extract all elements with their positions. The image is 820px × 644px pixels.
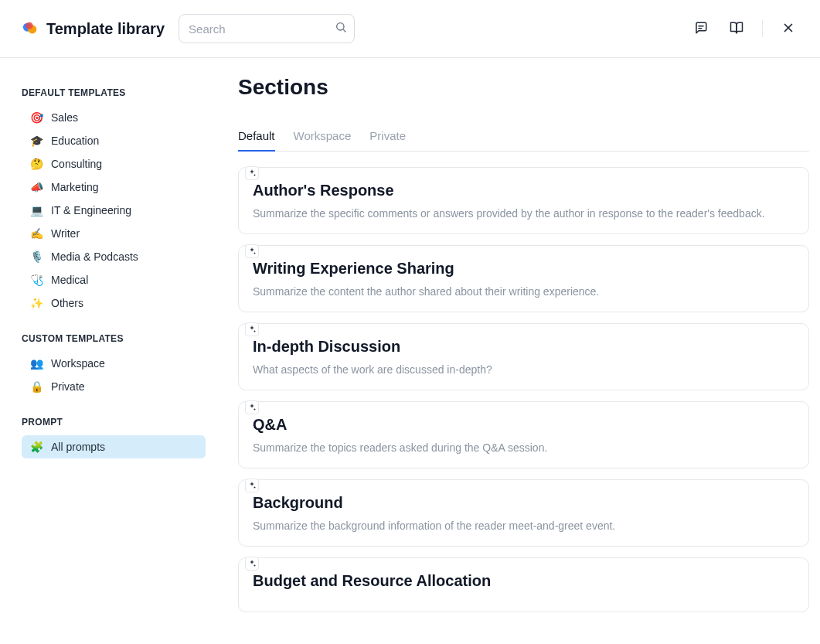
docs-button[interactable]: [726, 18, 747, 40]
sparkle-icon: [245, 322, 259, 336]
template-card[interactable]: Q&ASummarize the topics readers asked du…: [238, 401, 809, 469]
sidebar-section-default-title: DEFAULT TEMPLATES: [22, 87, 206, 98]
card-title: In-depth Discussion: [253, 338, 794, 356]
sparkle-icon: [245, 479, 259, 492]
sidebar-default-list: 🎯Sales🎓Education🤔Consulting📣Marketing💻IT…: [22, 106, 206, 315]
card-title: Writing Experience Sharing: [253, 260, 794, 278]
card-title: Q&A: [253, 416, 794, 434]
tabs: DefaultWorkspacePrivate: [238, 123, 809, 152]
sidebar-section-prompt-title: PROMPT: [22, 417, 206, 428]
sparkle-icon: [245, 557, 259, 571]
sidebar-item-emoji-icon: 🤔: [29, 158, 43, 170]
sparkle-icon: [245, 166, 259, 180]
card-title: Budget and Resource Allocation: [253, 572, 794, 590]
sidebar-item-label: Writer: [51, 227, 80, 240]
sidebar-item-label: Workspace: [51, 357, 105, 370]
sidebar-prompt-list: 🧩All prompts: [22, 435, 206, 458]
template-card[interactable]: Author's ResponseSummarize the specific …: [238, 167, 809, 234]
sidebar-item-label: IT & Engineering: [51, 204, 131, 216]
sidebar-item-label: Sales: [51, 111, 78, 124]
sidebar-item[interactable]: 🧩All prompts: [22, 435, 206, 458]
divider: [762, 20, 763, 37]
brand-title: Template library: [46, 20, 165, 38]
sidebar-item-emoji-icon: 🎙️: [29, 250, 43, 263]
sidebar-item-label: Marketing: [51, 181, 98, 193]
template-card[interactable]: BackgroundSummarize the background infor…: [238, 479, 809, 547]
card-title: Background: [253, 494, 794, 512]
sidebar-item-emoji-icon: 🧩: [29, 441, 43, 453]
sidebar-item[interactable]: 🔒Private: [22, 375, 206, 398]
svg-point-3: [337, 23, 344, 30]
sidebar-item[interactable]: 🎓Education: [22, 129, 206, 152]
sidebar-item-emoji-icon: 💻: [29, 204, 43, 216]
card-description: Summarize the specific comments or answe…: [253, 207, 794, 220]
header: Template library: [0, 0, 820, 58]
sidebar-item[interactable]: 🎯Sales: [22, 106, 206, 129]
card-title: Author's Response: [253, 182, 794, 199]
card-description: Summarize the topics readers asked durin…: [253, 441, 794, 454]
card-description: Summarize the content the author shared …: [253, 285, 794, 298]
sidebar-item[interactable]: ✨Others: [22, 291, 206, 315]
sidebar-item[interactable]: 🎙️Media & Podcasts: [22, 245, 206, 268]
close-icon: [781, 21, 795, 37]
sidebar-item-label: Education: [51, 135, 99, 147]
sidebar-item-emoji-icon: 📣: [29, 181, 43, 193]
sidebar-item[interactable]: 👥Workspace: [22, 352, 206, 375]
template-card[interactable]: Writing Experience SharingSummarize the …: [238, 245, 809, 312]
sidebar-item-emoji-icon: ✨: [29, 297, 43, 309]
sidebar-item-emoji-icon: 🔒: [29, 380, 43, 393]
tab[interactable]: Default: [238, 123, 275, 152]
template-card[interactable]: Budget and Resource Allocation: [238, 557, 809, 612]
sidebar-section-custom-title: CUSTOM TEMPLATES: [22, 333, 206, 344]
search-input[interactable]: [179, 14, 355, 43]
close-button[interactable]: [778, 18, 798, 40]
page-title: Sections: [238, 75, 809, 100]
tab[interactable]: Private: [369, 123, 406, 152]
header-actions: [691, 18, 798, 40]
main: Sections DefaultWorkspacePrivate Author'…: [216, 58, 820, 644]
sparkle-icon: [245, 400, 259, 414]
template-card[interactable]: In-depth DiscussionWhat aspects of the w…: [238, 323, 809, 390]
sidebar-item-label: Medical: [51, 274, 88, 286]
sidebar-item[interactable]: ✍️Writer: [22, 222, 206, 245]
sidebar-custom-list: 👥Workspace🔒Private: [22, 352, 206, 398]
feedback-button[interactable]: [691, 18, 711, 40]
search-icon: [335, 21, 347, 36]
svg-line-4: [343, 29, 345, 32]
cards: Author's ResponseSummarize the specific …: [238, 167, 809, 612]
sidebar-item-emoji-icon: 🎯: [29, 111, 43, 124]
sidebar-item-label: Private: [51, 380, 85, 393]
sidebar-item[interactable]: 📣Marketing: [22, 175, 206, 199]
sidebar-item-label: Consulting: [51, 158, 102, 170]
tab[interactable]: Workspace: [294, 123, 352, 152]
sidebar-item-emoji-icon: ✍️: [29, 227, 43, 240]
sidebar-item[interactable]: 🤔Consulting: [22, 152, 206, 175]
sidebar-item[interactable]: 🩺Medical: [22, 268, 206, 291]
sidebar: DEFAULT TEMPLATES 🎯Sales🎓Education🤔Consu…: [0, 58, 216, 644]
sidebar-item-label: Others: [51, 297, 83, 309]
book-icon: [730, 21, 743, 37]
chat-icon: [694, 21, 708, 37]
sidebar-item-emoji-icon: 👥: [29, 357, 43, 370]
svg-point-2: [26, 22, 33, 29]
search-wrap: [179, 14, 355, 43]
brand: Template library: [22, 20, 165, 38]
sidebar-item-emoji-icon: 🩺: [29, 274, 43, 286]
sidebar-item-emoji-icon: 🎓: [29, 135, 43, 147]
brand-logo-icon: [22, 20, 39, 37]
sidebar-item-label: All prompts: [51, 441, 105, 453]
sidebar-item-label: Media & Podcasts: [51, 250, 138, 263]
card-description: What aspects of the work are discussed i…: [253, 363, 794, 376]
sidebar-item[interactable]: 💻IT & Engineering: [22, 199, 206, 222]
sparkle-icon: [245, 244, 259, 258]
card-description: Summarize the background information of …: [253, 520, 794, 532]
